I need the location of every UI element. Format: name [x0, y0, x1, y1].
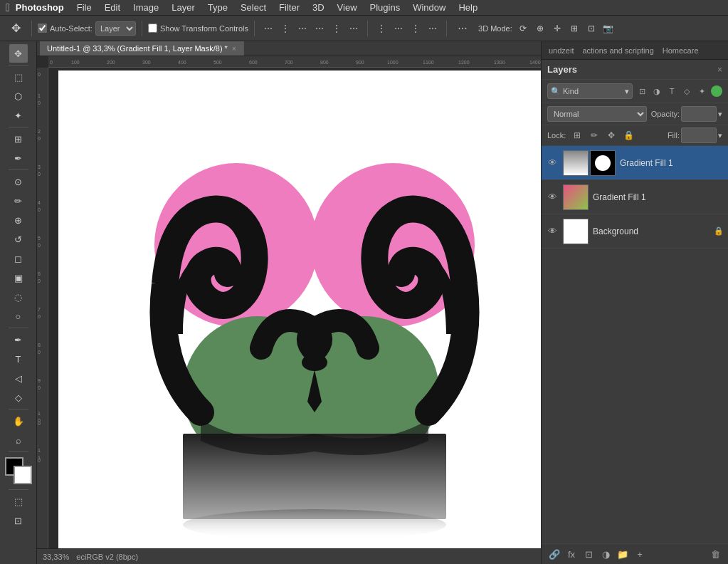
svg-text:400: 400 — [178, 60, 186, 65]
tool-eyedropper[interactable]: ✒ — [9, 149, 28, 167]
panel-tab-homecare[interactable]: Homecare — [660, 45, 702, 56]
lock-move-btn[interactable]: ✥ — [604, 128, 618, 142]
menu-window[interactable]: Window — [407, 0, 451, 16]
filter-type-select[interactable]: 🔍 Kind ▾ — [547, 83, 633, 99]
3d-slide-btn[interactable]: ⊞ — [566, 21, 582, 36]
tool-path-select[interactable]: ◁ — [9, 369, 28, 387]
3d-rotate-btn[interactable]: ⟳ — [515, 21, 531, 36]
svg-text:500: 500 — [213, 60, 222, 65]
lock-all-btn[interactable]: 🔒 — [621, 128, 635, 142]
lock-checkerboard-btn[interactable]: ⊞ — [570, 128, 584, 142]
layer-mask-btn[interactable]: ⊡ — [581, 547, 596, 561]
svg-point-47 — [302, 354, 327, 371]
layer-thumb-art-1 — [564, 151, 588, 175]
menu-plugins[interactable]: Plugins — [364, 0, 406, 16]
menu-help[interactable]: Help — [453, 0, 483, 16]
fill-input[interactable]: 100% — [681, 127, 717, 143]
auto-select-checkbox[interactable] — [38, 24, 47, 33]
canvas-tab-title: Untitled-1 @ 33,3% (Gradient Fill 1, Lay… — [47, 44, 228, 53]
tool-clone[interactable]: ⊕ — [9, 211, 28, 229]
layer-visibility-btn-2[interactable]: 👁 — [546, 191, 559, 204]
tool-healing[interactable]: ⊙ — [9, 172, 28, 191]
tool-shape[interactable]: ◇ — [9, 388, 28, 407]
3d-roll-btn[interactable]: ⊕ — [532, 21, 548, 36]
distribute-h2-btn[interactable]: ⋮ — [408, 21, 423, 36]
menu-file[interactable]: File — [71, 0, 97, 16]
3d-pan-btn[interactable]: ✛ — [549, 21, 565, 36]
layer-link-btn[interactable]: 🔗 — [547, 547, 561, 561]
svg-text:1: 1 — [38, 411, 41, 416]
align-bottom-btn[interactable]: ⋯ — [346, 21, 362, 36]
menu-type[interactable]: Type — [202, 0, 233, 16]
filter-smart-icon[interactable]: ✦ — [695, 85, 708, 98]
tool-crop[interactable]: ⊞ — [9, 130, 28, 148]
tool-zoom[interactable]: ⌕ — [9, 431, 28, 449]
tool-history-brush[interactable]: ↺ — [9, 230, 28, 249]
layer-adj-btn[interactable]: ◑ — [598, 547, 613, 561]
layer-group-btn[interactable]: 📁 — [616, 547, 630, 561]
align-left-btn[interactable]: ⋯ — [260, 21, 276, 36]
3d-camera-btn[interactable]: 📷 — [601, 21, 616, 36]
tool-dodge[interactable]: ○ — [9, 307, 28, 325]
filter-shape-icon[interactable]: ◇ — [680, 85, 693, 98]
panel-tab-undzeit[interactable]: undzeit — [546, 45, 576, 56]
tool-magic-wand[interactable]: ✦ — [9, 106, 28, 125]
canvas-tab-active[interactable]: Untitled-1 @ 33,3% (Gradient Fill 1, Lay… — [40, 41, 244, 56]
layer-visibility-btn-1[interactable]: 👁 — [546, 157, 559, 169]
align-right-btn[interactable]: ⋯ — [295, 21, 310, 36]
auto-select-dropdown[interactable]: Layer Group — [95, 21, 136, 36]
tool-move[interactable]: ✥ — [9, 44, 28, 63]
tool-lasso[interactable]: ⬡ — [9, 87, 28, 105]
tool-eraser[interactable]: ◻ — [9, 249, 28, 268]
more-options-icon[interactable]: ··· — [453, 19, 473, 38]
tool-screen-mode[interactable]: ⊡ — [9, 511, 28, 530]
canvas-tab-close[interactable]: × — [232, 45, 236, 53]
menu-layer[interactable]: Layer — [166, 0, 201, 16]
layer-row-background[interactable]: 👁 Background 🔒 — [542, 214, 728, 249]
layer-delete-btn[interactable]: 🗑 — [708, 547, 722, 561]
tool-gradient[interactable]: ▣ — [9, 268, 28, 287]
canvas-area: Untitled-1 @ 33,3% (Gradient Fill 1, Lay… — [37, 41, 541, 564]
align-center-v-btn[interactable]: ⋮ — [329, 21, 344, 36]
menu-filter[interactable]: Filter — [273, 0, 305, 16]
3d-label: 3D Mode: — [478, 24, 512, 33]
canvas-content[interactable]: 0 100 200 300 400 500 600 700 800 900 10… — [37, 56, 541, 548]
panel-tab-actions[interactable]: actions and scripting — [579, 45, 656, 56]
layers-close-btn[interactable]: × — [717, 65, 722, 75]
tool-blur[interactable]: ◌ — [9, 288, 28, 306]
layer-new-btn[interactable]: + — [633, 547, 647, 561]
layer-row-gradient-fill-2[interactable]: 👁 Gradient Fill 1 — [542, 180, 728, 214]
3d-scale-btn[interactable]: ⊡ — [584, 21, 599, 36]
menu-edit[interactable]: Edit — [99, 0, 126, 16]
distribute-v2-btn[interactable]: ⋯ — [425, 21, 441, 36]
layer-fx-btn[interactable]: fx — [564, 547, 579, 561]
distribute-h-btn[interactable]: ⋮ — [374, 21, 389, 36]
menu-3d[interactable]: 3D — [307, 0, 330, 16]
blend-mode-select[interactable]: Normal Multiply Screen Overlay Dissolve — [547, 106, 647, 122]
show-transform-checkbox[interactable] — [148, 24, 157, 33]
menu-view[interactable]: View — [332, 0, 363, 16]
tool-marquee[interactable]: ⬚ — [9, 68, 28, 86]
tool-quick-mask[interactable]: ⬚ — [9, 492, 28, 511]
tool-brush[interactable]: ✏ — [9, 192, 28, 210]
filter-pixel-icon[interactable]: ⊡ — [635, 85, 648, 98]
background-color[interactable] — [14, 466, 32, 484]
tool-pen[interactable]: ✒ — [9, 330, 28, 349]
filter-toggle-btn[interactable] — [711, 85, 722, 97]
filter-adj-icon[interactable]: ◑ — [650, 85, 663, 98]
tool-hand[interactable]: ✋ — [9, 412, 28, 430]
layer-row-gradient-fill-1-selected[interactable]: 👁 Gradient Fill 1 — [542, 146, 728, 180]
svg-text:3: 3 — [38, 164, 41, 169]
align-top-btn[interactable]: ⋯ — [312, 21, 327, 36]
menu-select[interactable]: Select — [235, 0, 272, 16]
color-swatches[interactable] — [5, 457, 32, 484]
lock-brush-btn[interactable]: ✏ — [587, 128, 601, 142]
move-tool-icon[interactable]: ✥ — [6, 19, 26, 38]
filter-type-icon[interactable]: T — [665, 85, 678, 98]
tool-type[interactable]: T — [9, 350, 28, 368]
distribute-v-btn[interactable]: ⋯ — [391, 21, 406, 36]
layer-visibility-btn-3[interactable]: 👁 — [546, 225, 559, 238]
menu-image[interactable]: Image — [127, 0, 164, 16]
opacity-input[interactable]: 100% — [681, 106, 717, 122]
align-center-h-btn[interactable]: ⋮ — [278, 21, 293, 36]
